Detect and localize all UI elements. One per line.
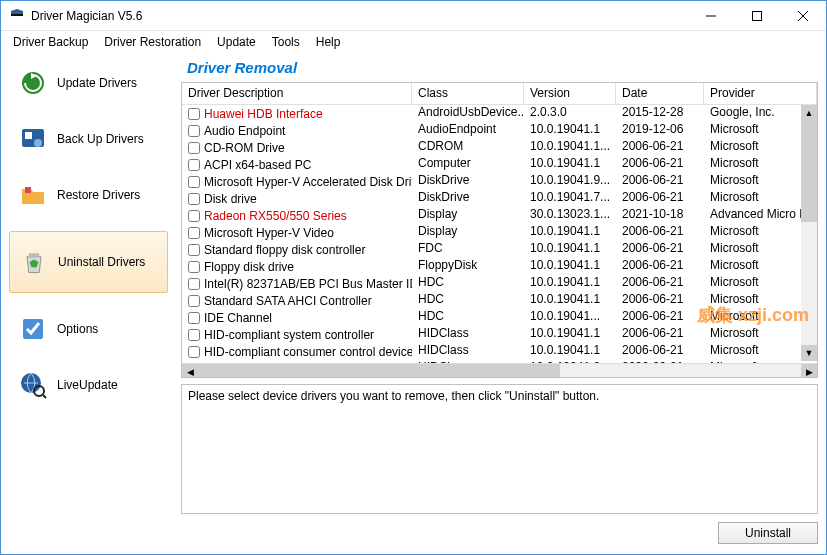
- cell-class: Display: [412, 224, 524, 241]
- row-checkbox[interactable]: [188, 125, 200, 137]
- backup-disk-icon: [19, 125, 47, 153]
- col-date[interactable]: Date: [616, 83, 704, 105]
- table-row[interactable]: Intel(R) 82371AB/EB PCI Bus Master IDE..…: [182, 275, 817, 292]
- table-row[interactable]: Audio EndpointAudioEndpoint10.0.19041.12…: [182, 122, 817, 139]
- col-driver-description[interactable]: Driver Description: [182, 83, 412, 105]
- cell-version: 10.0.19041.8: [524, 360, 616, 363]
- cell-version: 10.0.19041.1: [524, 241, 616, 258]
- menu-tools[interactable]: Tools: [264, 33, 308, 51]
- row-checkbox[interactable]: [188, 210, 200, 222]
- table-row[interactable]: Microsoft Hyper-V VideoDisplay10.0.19041…: [182, 224, 817, 241]
- cell-description: Microsoft Hyper-V Video: [204, 226, 334, 240]
- sidebar-item-uninstall-drivers[interactable]: Uninstall Drivers: [9, 231, 168, 293]
- cell-description: ACPI x64-based PC: [204, 158, 311, 172]
- menu-driver-restoration[interactable]: Driver Restoration: [96, 33, 209, 51]
- maximize-button[interactable]: [734, 1, 780, 31]
- row-checkbox[interactable]: [188, 108, 200, 120]
- cell-class: HIDClass: [412, 326, 524, 343]
- cell-class: HDC: [412, 292, 524, 309]
- menu-update[interactable]: Update: [209, 33, 264, 51]
- sidebar-item-update-drivers[interactable]: Update Drivers: [9, 63, 168, 103]
- table-row[interactable]: HID-compliant system controllerHIDClass1…: [182, 326, 817, 343]
- button-row: Uninstall: [181, 522, 818, 544]
- minimize-button[interactable]: [688, 1, 734, 31]
- scroll-down-icon[interactable]: ▼: [801, 345, 817, 361]
- scroll-up-icon[interactable]: ▲: [801, 105, 817, 121]
- cell-date: 2006-06-21: [616, 139, 704, 156]
- cell-version: 10.0.19041.1: [524, 224, 616, 241]
- cell-date: 2006-06-21: [616, 360, 704, 363]
- uninstall-button[interactable]: Uninstall: [718, 522, 818, 544]
- cell-date: 2006-06-21: [616, 275, 704, 292]
- table-row[interactable]: CD-ROM DriveCDROM10.0.19041.1...2006-06-…: [182, 139, 817, 156]
- sidebar-item-label: Options: [57, 322, 98, 336]
- cell-date: 2006-06-21: [616, 190, 704, 207]
- cell-description: Intel(R) 82371AB/EB PCI Bus Master IDE..…: [204, 277, 412, 291]
- menu-help[interactable]: Help: [308, 33, 349, 51]
- row-checkbox[interactable]: [188, 227, 200, 239]
- cell-description: Audio Endpoint: [204, 124, 285, 138]
- row-checkbox[interactable]: [188, 261, 200, 273]
- table-row[interactable]: Radeon RX550/550 SeriesDisplay30.0.13023…: [182, 207, 817, 224]
- row-checkbox[interactable]: [188, 346, 200, 358]
- sidebar: Update Drivers Back Up Drivers Restore D…: [1, 53, 177, 554]
- options-check-icon: [19, 315, 47, 343]
- row-checkbox[interactable]: [188, 244, 200, 256]
- cell-description: Disk drive: [204, 192, 257, 206]
- cell-date: 2021-10-18: [616, 207, 704, 224]
- table-row[interactable]: HID-compliant consumer control deviceHID…: [182, 343, 817, 360]
- row-checkbox[interactable]: [188, 363, 200, 364]
- sidebar-item-restore-drivers[interactable]: Restore Drivers: [9, 175, 168, 215]
- row-checkbox[interactable]: [188, 176, 200, 188]
- cell-date: 2015-12-28: [616, 105, 704, 122]
- scroll-thumb[interactable]: [198, 364, 560, 378]
- cell-class: FloppyDisk: [412, 258, 524, 275]
- vertical-scrollbar[interactable]: ▲ ▼: [801, 105, 817, 361]
- col-class[interactable]: Class: [412, 83, 524, 105]
- cell-date: 2019-12-06: [616, 122, 704, 139]
- sidebar-item-liveupdate[interactable]: LiveUpdate: [9, 365, 168, 405]
- table-row[interactable]: ACPI x64-based PCComputer10.0.19041.1200…: [182, 156, 817, 173]
- table-row[interactable]: HID-compliant vendor-defined deviceHIDCl…: [182, 360, 817, 363]
- row-checkbox[interactable]: [188, 329, 200, 341]
- svg-rect-0: [11, 14, 23, 16]
- table-row[interactable]: Standard floppy disk controllerFDC10.0.1…: [182, 241, 817, 258]
- row-checkbox[interactable]: [188, 312, 200, 324]
- table-row[interactable]: Huawei HDB InterfaceAndroidUsbDevice...2…: [182, 105, 817, 122]
- table-row[interactable]: Disk driveDiskDrive10.0.19041.7...2006-0…: [182, 190, 817, 207]
- sidebar-item-label: Uninstall Drivers: [58, 255, 145, 269]
- sidebar-item-back-up-drivers[interactable]: Back Up Drivers: [9, 119, 168, 159]
- cell-version: 30.0.13023.1...: [524, 207, 616, 224]
- cell-class: HIDClass: [412, 360, 524, 363]
- sidebar-item-label: Back Up Drivers: [57, 132, 144, 146]
- horizontal-scrollbar[interactable]: ◀ ▶: [182, 363, 817, 378]
- sidebar-item-options[interactable]: Options: [9, 309, 168, 349]
- svg-rect-2: [753, 11, 762, 20]
- cell-version: 10.0.19041.1: [524, 326, 616, 343]
- svg-rect-11: [29, 253, 40, 257]
- menu-driver-backup[interactable]: Driver Backup: [5, 33, 96, 51]
- cell-version: 2.0.3.0: [524, 105, 616, 122]
- page-title: Driver Removal: [187, 59, 818, 76]
- col-provider[interactable]: Provider: [704, 83, 817, 105]
- cell-version: 10.0.19041.1: [524, 343, 616, 360]
- cell-class: AndroidUsbDevice...: [412, 105, 524, 122]
- row-checkbox[interactable]: [188, 193, 200, 205]
- row-checkbox[interactable]: [188, 142, 200, 154]
- table-row[interactable]: Standard SATA AHCI ControllerHDC10.0.190…: [182, 292, 817, 309]
- table-row[interactable]: Microsoft Hyper-V Accelerated Disk Drive…: [182, 173, 817, 190]
- scroll-left-icon[interactable]: ◀: [182, 364, 198, 379]
- table-row[interactable]: Floppy disk driveFloppyDisk10.0.19041.12…: [182, 258, 817, 275]
- row-checkbox[interactable]: [188, 278, 200, 290]
- col-version[interactable]: Version: [524, 83, 616, 105]
- close-button[interactable]: [780, 1, 826, 31]
- app-icon: [9, 8, 25, 24]
- svg-line-15: [43, 395, 46, 398]
- scroll-right-icon[interactable]: ▶: [801, 364, 817, 379]
- cell-date: 2006-06-21: [616, 326, 704, 343]
- cell-date: 2006-06-21: [616, 156, 704, 173]
- row-checkbox[interactable]: [188, 295, 200, 307]
- row-checkbox[interactable]: [188, 159, 200, 171]
- scroll-thumb[interactable]: [801, 121, 817, 222]
- table-row[interactable]: IDE ChannelHDC10.0.19041...2006-06-21Mic…: [182, 309, 817, 326]
